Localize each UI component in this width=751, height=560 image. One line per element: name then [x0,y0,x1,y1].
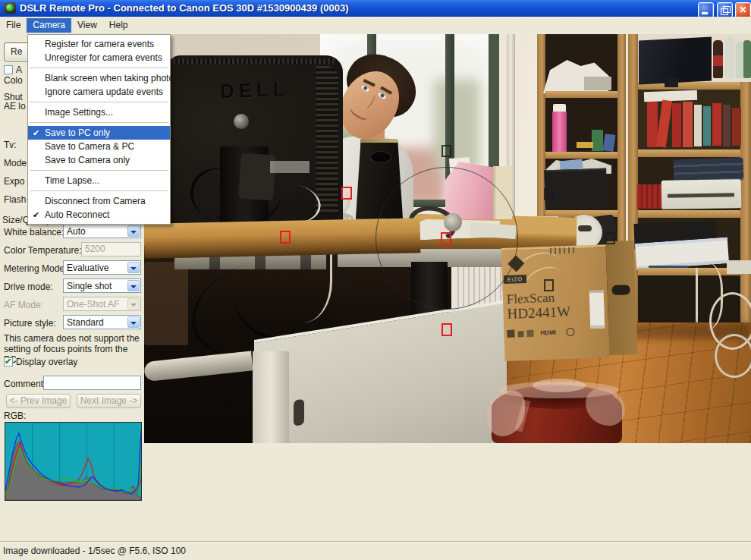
printer-slot [668,193,734,198]
display-overlay-label: Display overlay [16,357,77,367]
af-point-inactive [341,279,350,291]
title-bar[interactable]: DSLR Remote Pro - Connected to Canon EOS… [0,0,751,17]
speaker-port [370,151,391,163]
status-text: Image downloaded - 1/5sec @ F5.6, ISO 10… [3,545,186,557]
comment-label: Comment: [4,379,46,389]
flash-label: Flash [4,194,26,205]
red-book [656,99,673,147]
menu-item-save-to-camera-only[interactable]: Save to Camera only [28,153,170,167]
chevron-down-icon[interactable] [127,262,140,273]
af-point-active [441,232,451,245]
monitor-side-vents [316,66,338,215]
menu-item-image-settings[interactable]: Image Settings... [28,105,170,119]
teal-book [703,106,711,146]
comment-input[interactable] [43,376,141,390]
status-bar: Image downloaded - 1/5sec @ F5.6, ISO 10… [0,543,751,560]
menu-item-auto-reconnect[interactable]: Auto Reconnect [28,208,170,222]
dell-monitor: DELL [167,55,343,227]
white-printer [661,179,742,209]
green-can [592,130,603,151]
cable-coil [715,334,751,378]
picture-style-label: Picture style: [4,318,56,329]
close-button[interactable] [735,2,751,18]
menu-item-save-to-camera-pc[interactable]: Save to Camera & PC [28,140,170,153]
af-point-inactive [544,279,554,291]
papers-stack [727,260,751,274]
cable-strand [683,262,723,330]
af-point-inactive [441,145,451,157]
chevron-down-icon[interactable] [127,280,140,291]
drive-mode-select[interactable]: Single shot [63,278,141,293]
af-mode-select[interactable]: One-Shot AF [63,297,141,311]
next-image-button[interactable]: Next Image -> [77,394,141,408]
cardboard [144,262,188,345]
exposure-label: Expo [4,176,24,187]
chevron-down-icon[interactable] [127,225,140,237]
menubar-item-help[interactable]: Help [103,18,134,33]
metering-mode-select[interactable]: Evaluative [63,260,141,275]
menu-item-register-for-camera-events[interactable]: Register for camera events [28,37,170,51]
white-balance-label: White balance: [4,227,64,238]
af-mode-label: AF Mode: [4,300,43,310]
menu-item-ignore-camera-update-events[interactable]: Ignore camera update events [28,85,170,99]
label-sticker [270,161,310,173]
menubar-item-camera[interactable]: Camera [27,18,71,33]
metering-mode-label: Metering Mode: [4,263,67,274]
menubar-item-file[interactable]: File [0,18,27,33]
menu-item-disconnect-from-camera[interactable]: Disconnect from Camera [28,194,170,208]
af-point-inactive [605,232,615,244]
fan-slot [578,225,592,231]
bottles-group [712,36,751,80]
mode-label: Mode [4,158,27,168]
drive-mode-label: Drive mode: [4,282,53,292]
top-checkbox[interactable] [4,65,13,74]
monitor-stand [665,78,678,87]
restore-button[interactable] [717,2,733,18]
menubar-item-view[interactable]: View [71,18,103,33]
stand-knob [234,114,249,129]
camera-app-icon [4,2,16,14]
rgb-label: RGB: [4,411,26,421]
menu-item-save-to-pc-only[interactable]: Save to PC only [28,126,170,140]
dark-book [723,105,731,146]
green-bottle [743,40,751,78]
color-temperature-input[interactable]: 5200 [81,242,141,256]
prev-image-button[interactable]: <- Prev Image [6,394,71,408]
red-book [683,102,693,147]
menu-item-unregister-for-camera-events[interactable]: Unregister for camera events [28,51,170,64]
color-row-label: Colo [4,75,23,86]
shipping-marks [550,247,576,254]
books-cell [638,90,740,149]
ae-lock-label: AE lo [4,101,26,112]
photo-preview: DELL EIZO FlexScan HD2441W HDMI [144,34,751,443]
newspaper [584,77,611,90]
yellow-item [577,142,593,148]
display-overlay-checkbox[interactable] [4,357,13,367]
window-title: DSLR Remote Pro - Connected to Canon EOS… [20,0,348,17]
af-point-inactive [544,188,554,200]
plastic-liner [533,379,586,392]
picture-style-select[interactable]: Standard [63,315,141,329]
menu-separator [30,190,168,191]
tv-label: Tv: [4,140,17,150]
af-point-active [341,187,352,200]
white-balance-select[interactable]: Auto [63,224,141,238]
chevron-down-icon[interactable] [127,316,140,328]
cola-label [713,55,723,66]
camera-lens-icon [6,4,14,11]
menu-item-time-lapse[interactable]: Time Lapse... [28,174,170,187]
monitor-top-vents [173,58,337,64]
menu-item-blank-screen-when-taking-photo[interactable]: Blank screen when taking photo [28,71,170,85]
blue-folder [603,134,616,152]
camera-menu-dropdown: Register for camera eventsUnregister for… [27,34,171,225]
minimize-button[interactable] [698,2,714,18]
menu-bar: FileCameraViewHelp [0,17,751,34]
box-icon [507,330,514,338]
color-temperature-label: Color Temperature: [4,245,82,256]
speaker-top-edge [361,139,397,143]
menu-separator [30,102,168,102]
trash-can [487,377,628,443]
panel-slot [294,399,304,426]
shelf-board [545,91,617,98]
shelf-board [545,152,617,159]
